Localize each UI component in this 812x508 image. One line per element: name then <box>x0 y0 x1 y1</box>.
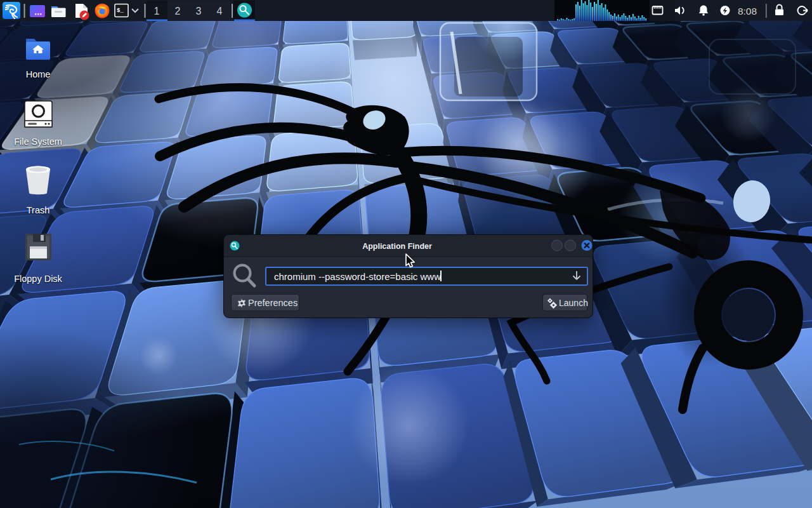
svg-text:Application Finder: Application Finder <box>362 242 432 251</box>
svg-text:$_: $_ <box>117 8 124 14</box>
svg-text:4: 4 <box>217 6 223 17</box>
svg-text:3: 3 <box>196 6 202 17</box>
svg-text:2: 2 <box>175 6 181 17</box>
svg-text:8:08: 8:08 <box>738 6 757 17</box>
svg-text:1: 1 <box>154 6 160 17</box>
